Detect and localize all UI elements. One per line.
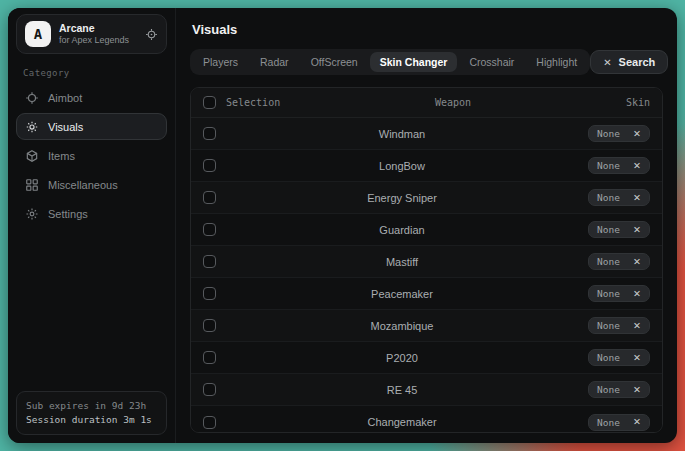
remove-skin-icon[interactable]: ✕ bbox=[633, 417, 641, 427]
package-icon bbox=[25, 149, 39, 163]
category-label: Category bbox=[23, 68, 167, 78]
sidebar-item-aimbot[interactable]: Aimbot bbox=[16, 84, 167, 111]
skin-value: None bbox=[597, 417, 620, 428]
skin-value: None bbox=[597, 224, 620, 235]
weapon-name: LongBow bbox=[216, 160, 588, 172]
main-panel: Visuals PlayersRadarOffScreenSkin Change… bbox=[176, 8, 677, 443]
table-row: WindmanNone✕ bbox=[191, 118, 662, 150]
row-checkbox[interactable] bbox=[203, 351, 216, 364]
table-row: ChangemakerNone✕ bbox=[191, 406, 662, 433]
skin-badge[interactable]: None✕ bbox=[588, 157, 650, 174]
row-checkbox[interactable] bbox=[203, 159, 216, 172]
skin-badge[interactable]: None✕ bbox=[588, 253, 650, 270]
row-checkbox[interactable] bbox=[203, 255, 216, 268]
search-button-label: Search bbox=[619, 56, 656, 68]
row-checkbox[interactable] bbox=[203, 191, 216, 204]
skin-table: Selection Weapon Skin WindmanNone✕LongBo… bbox=[190, 87, 663, 433]
skin-badge[interactable]: None✕ bbox=[588, 221, 650, 238]
tab-highlight[interactable]: Highlight bbox=[526, 52, 587, 72]
remove-skin-icon[interactable]: ✕ bbox=[633, 161, 641, 171]
sub-expiry-text: Sub expires in 9d 23h bbox=[26, 399, 157, 413]
skin-badge[interactable]: None✕ bbox=[588, 125, 650, 142]
row-checkbox[interactable] bbox=[203, 287, 216, 300]
sidebar: A Arcane for Apex Legends Category Aimbo… bbox=[8, 8, 176, 443]
sidebar-spacer bbox=[16, 229, 167, 391]
skin-value: None bbox=[597, 320, 620, 331]
skin-value: None bbox=[597, 160, 620, 171]
remove-skin-icon[interactable]: ✕ bbox=[633, 289, 641, 299]
sidebar-item-miscellaneous[interactable]: Miscellaneous bbox=[16, 171, 167, 198]
search-button[interactable]: ✕ Search bbox=[590, 50, 668, 74]
sidebar-items: AimbotVisualsItemsMiscellaneousSettings bbox=[16, 84, 167, 229]
row-checkbox[interactable] bbox=[203, 127, 216, 140]
weapon-name: Mastiff bbox=[216, 256, 588, 268]
skin-value: None bbox=[597, 256, 620, 267]
sidebar-item-label: Visuals bbox=[48, 121, 83, 133]
remove-skin-icon[interactable]: ✕ bbox=[633, 193, 641, 203]
row-checkbox[interactable] bbox=[203, 223, 216, 236]
skin-badge[interactable]: None✕ bbox=[588, 285, 650, 302]
table-body: WindmanNone✕LongBowNone✕Energy SniperNon… bbox=[191, 118, 662, 433]
remove-skin-icon[interactable]: ✕ bbox=[633, 385, 641, 395]
remove-skin-icon[interactable]: ✕ bbox=[633, 129, 641, 139]
tab-players[interactable]: Players bbox=[193, 52, 248, 72]
skin-badge[interactable]: None✕ bbox=[588, 414, 650, 431]
weapon-name: Mozambique bbox=[216, 320, 588, 332]
app-name: Arcane bbox=[59, 22, 137, 35]
table-row: MastiffNone✕ bbox=[191, 246, 662, 278]
skin-badge[interactable]: None✕ bbox=[588, 349, 650, 366]
skin-badge[interactable]: None✕ bbox=[588, 189, 650, 206]
tab-offscreen[interactable]: OffScreen bbox=[301, 52, 368, 72]
table-row: LongBowNone✕ bbox=[191, 150, 662, 182]
skin-value: None bbox=[597, 128, 620, 139]
skin-badge[interactable]: None✕ bbox=[588, 317, 650, 334]
tab-radar[interactable]: Radar bbox=[250, 52, 299, 72]
sidebar-item-label: Miscellaneous bbox=[48, 179, 118, 191]
table-row: Energy SniperNone✕ bbox=[191, 182, 662, 214]
sidebar-item-label: Aimbot bbox=[48, 92, 82, 104]
sidebar-item-settings[interactable]: Settings bbox=[16, 200, 167, 227]
sidebar-item-items[interactable]: Items bbox=[16, 142, 167, 169]
tab-row: PlayersRadarOffScreenSkin ChangerCrossha… bbox=[190, 49, 663, 75]
app-subtitle: for Apex Legends bbox=[59, 35, 137, 46]
sidebar-item-label: Items bbox=[48, 150, 75, 162]
weapon-name: Windman bbox=[216, 128, 588, 140]
brand-card: A Arcane for Apex Legends bbox=[16, 14, 167, 54]
row-checkbox[interactable] bbox=[203, 383, 216, 396]
remove-skin-icon[interactable]: ✕ bbox=[633, 353, 641, 363]
weapon-name: Changemaker bbox=[216, 416, 588, 428]
skin-header: Skin bbox=[626, 97, 650, 108]
app-logo: A bbox=[25, 21, 51, 47]
visuals-icon bbox=[25, 120, 39, 134]
crosshair-icon bbox=[25, 91, 39, 105]
sidebar-item-visuals[interactable]: Visuals bbox=[16, 113, 167, 140]
brand-text: Arcane for Apex Legends bbox=[59, 22, 137, 46]
table-row: MozambiqueNone✕ bbox=[191, 310, 662, 342]
skin-value: None bbox=[597, 192, 620, 203]
skin-value: None bbox=[597, 384, 620, 395]
tab-skin-changer[interactable]: Skin Changer bbox=[370, 52, 458, 72]
grid-icon bbox=[25, 178, 39, 192]
row-checkbox[interactable] bbox=[203, 319, 216, 332]
weapon-name: P2020 bbox=[216, 352, 588, 364]
selection-header: Selection bbox=[226, 97, 280, 108]
remove-skin-icon[interactable]: ✕ bbox=[633, 257, 641, 267]
skin-badge[interactable]: None✕ bbox=[588, 381, 650, 398]
row-checkbox[interactable] bbox=[203, 416, 216, 429]
table-row: RE 45None✕ bbox=[191, 374, 662, 406]
table-row: GuardianNone✕ bbox=[191, 214, 662, 246]
tab-crosshair[interactable]: Crosshair bbox=[459, 52, 524, 72]
table-row: P2020None✕ bbox=[191, 342, 662, 374]
weapon-name: Energy Sniper bbox=[216, 192, 588, 204]
gear-icon bbox=[25, 207, 39, 221]
table-row: PeacemakerNone✕ bbox=[191, 278, 662, 310]
session-duration-text: Session duration 3m 1s bbox=[26, 413, 157, 427]
tabs-strip: PlayersRadarOffScreenSkin ChangerCrossha… bbox=[190, 49, 590, 75]
remove-skin-icon[interactable]: ✕ bbox=[633, 321, 641, 331]
select-all-checkbox[interactable] bbox=[203, 96, 216, 109]
page-title: Visuals bbox=[192, 22, 663, 37]
skin-value: None bbox=[597, 352, 620, 363]
remove-skin-icon[interactable]: ✕ bbox=[633, 225, 641, 235]
brand-settings-icon[interactable] bbox=[145, 28, 158, 41]
skin-value: None bbox=[597, 288, 620, 299]
